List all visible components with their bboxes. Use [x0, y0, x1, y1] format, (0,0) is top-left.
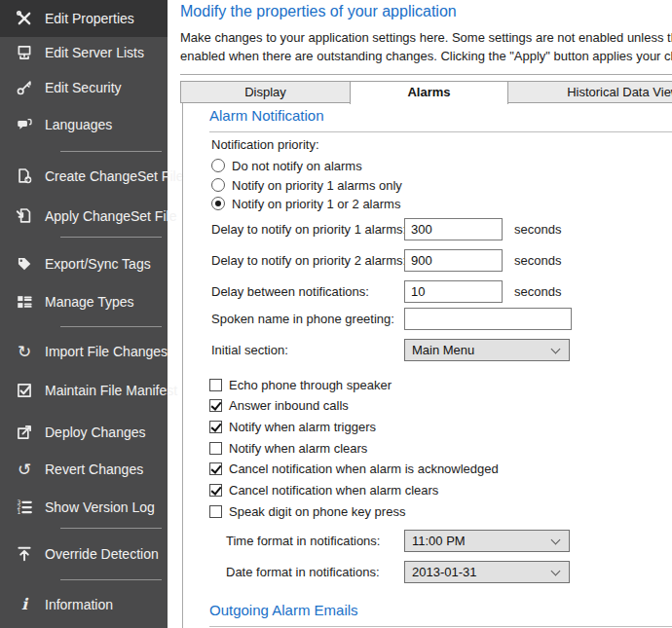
checkbox[interactable]: [209, 442, 222, 455]
radio-button[interactable]: [211, 197, 225, 210]
sidebar-item-override-detection[interactable]: Override Detection: [0, 535, 168, 573]
tab-historical-data-viewer[interactable]: Historical Data Viewer: [507, 81, 672, 103]
date-format-dropdown[interactable]: 2013-01-31: [404, 561, 570, 583]
time-format-label: Time format in notifications:: [226, 534, 380, 548]
speech-bubbles-icon: [15, 116, 34, 133]
sidebar-item-label: Override Detection: [45, 546, 159, 562]
initial-section-label: Initial section:: [211, 343, 288, 357]
blocks-icon: [15, 293, 34, 311]
checkbox[interactable]: [209, 421, 222, 433]
checkbox-notify-triggers[interactable]: Notify when alarm triggers: [209, 418, 376, 435]
file-import-icon: [15, 207, 34, 225]
deploy-icon: [15, 424, 34, 441]
sidebar-separator: [60, 151, 162, 152]
chevron-down-icon: [551, 536, 561, 545]
spoken-name-label: Spoken name in phone greeting:: [211, 312, 394, 326]
checkbox[interactable]: [209, 484, 222, 497]
delay-between-input[interactable]: [404, 280, 503, 303]
chevron-down-icon: [551, 567, 561, 576]
checkbox-cancel-clears[interactable]: Cancel notification when alarm clears: [209, 481, 438, 499]
sidebar-separator: [60, 237, 162, 238]
sidebar-item-label: Export/Sync Tags: [45, 256, 151, 272]
sidebar-item-label: Manage Types: [45, 294, 134, 310]
sidebar-item-label: Maintain File Manifest: [45, 383, 177, 398]
notification-priority-label: Notification priority:: [211, 137, 319, 152]
section-underline: [209, 626, 672, 627]
sidebar-item-information[interactable]: i Information: [0, 585, 168, 624]
checked-box-icon: [15, 382, 34, 399]
checkbox-notify-clears[interactable]: Notify when alarm clears: [209, 439, 367, 457]
page-title: Modify the properties of your applicatio…: [180, 3, 457, 20]
delay-priority-1-label: Delay to notify on priority 1 alarms:: [211, 222, 406, 237]
checkbox-cancel-acknowledged[interactable]: Cancel notification when alarm is acknow…: [209, 460, 499, 477]
sidebar-item-revert-changes[interactable]: ↺ Revert Changes: [0, 450, 168, 489]
sidebar-item-edit-properties[interactable]: Edit Properties: [0, 0, 168, 37]
chevron-down-icon: [551, 345, 561, 354]
section-underline: [209, 131, 672, 132]
seconds-suffix: seconds: [514, 222, 561, 237]
key-icon: [15, 79, 34, 96]
svg-text:1: 1: [18, 508, 21, 515]
date-format-label: Date format in notifications:: [226, 565, 380, 579]
tab-panel-border: [182, 103, 183, 628]
version-log-icon: 321: [15, 499, 34, 516]
server-icon: [15, 44, 34, 61]
seconds-suffix: seconds: [514, 253, 561, 268]
tab-alarms[interactable]: Alarms: [350, 81, 508, 104]
sidebar-item-label: Create ChangeSet File: [45, 168, 183, 184]
override-icon: [15, 545, 34, 563]
sidebar-item-label: Apply ChangeSet File: [45, 208, 176, 224]
checkbox[interactable]: [209, 379, 222, 391]
tools-icon: [15, 10, 34, 27]
sync-icon: ↻: [15, 343, 34, 360]
sidebar-item-deploy-changes[interactable]: Deploy Changes: [0, 413, 168, 452]
radio-button[interactable]: [211, 159, 225, 172]
delay-priority-2-input[interactable]: [404, 249, 503, 272]
seconds-suffix: seconds: [514, 284, 561, 299]
sidebar-item-label: Show Version Log: [45, 499, 155, 515]
radio-do-not-notify[interactable]: Do not notify on alarms: [211, 157, 362, 174]
delay-priority-1-input[interactable]: [404, 218, 503, 240]
section-heading-outgoing-alarm-emails: Outgoing Alarm Emails: [209, 602, 358, 618]
sidebar: Edit Properties Edit Server Lists Edit S…: [0, 0, 168, 628]
sidebar-item-import-file-changes[interactable]: ↻ Import File Changes: [0, 332, 168, 371]
initial-section-dropdown[interactable]: Main Menu: [404, 339, 570, 361]
checkbox-speak-digit[interactable]: Speak digit on phone key press: [209, 502, 405, 520]
info-icon: i: [15, 596, 34, 613]
sidebar-item-label: Edit Security: [45, 80, 122, 95]
sidebar-item-apply-changeset-file[interactable]: Apply ChangeSet File: [0, 197, 168, 236]
sidebar-item-label: Deploy Changes: [45, 425, 146, 440]
sidebar-item-languages[interactable]: Languages: [0, 105, 168, 144]
undo-icon: ↺: [15, 461, 34, 478]
sidebar-item-manage-types[interactable]: Manage Types: [0, 282, 168, 321]
delay-priority-2-label: Delay to notify on priority 2 alarms:: [211, 253, 406, 268]
radio-notify-priority-1-only[interactable]: Notify on priority 1 alarms only: [211, 176, 402, 194]
checkbox[interactable]: [209, 462, 222, 475]
sidebar-item-show-version-log[interactable]: 321 Show Version Log: [0, 488, 168, 527]
sidebar-item-label: Edit Server Lists: [45, 45, 144, 60]
checkbox[interactable]: [209, 505, 222, 518]
sidebar-item-export-sync-tags[interactable]: Export/Sync Tags: [0, 244, 168, 283]
sidebar-item-label: Languages: [45, 117, 112, 132]
tag-icon: [15, 255, 34, 273]
checkbox[interactable]: [209, 399, 222, 412]
sidebar-item-edit-server-lists[interactable]: Edit Server Lists: [0, 33, 168, 72]
radio-button[interactable]: [211, 178, 225, 192]
section-heading-alarm-notification: Alarm Notification: [209, 107, 324, 124]
checkbox-echo-phone[interactable]: Echo phone through speaker: [209, 376, 392, 393]
spoken-name-input[interactable]: [404, 308, 572, 330]
sidebar-item-create-changeset-file[interactable]: Create ChangeSet File: [0, 157, 168, 196]
description-line-2: enabled when there are outstanding chang…: [180, 49, 672, 63]
sidebar-separator: [60, 528, 162, 529]
radio-notify-priority-1-or-2[interactable]: Notify on priority 1 or 2 alarms: [211, 195, 400, 212]
sidebar-item-label: Information: [45, 597, 113, 612]
tab-display[interactable]: Display: [180, 81, 351, 103]
app-window: Edit Properties Edit Server Lists Edit S…: [0, 0, 672, 628]
time-format-dropdown[interactable]: 11:00 PM: [404, 530, 570, 552]
file-export-icon: [15, 167, 34, 185]
sidebar-item-edit-security[interactable]: Edit Security: [0, 68, 168, 107]
checkbox-answer-inbound[interactable]: Answer inbound calls: [209, 396, 349, 414]
description-line-1: Make changes to your application setting…: [180, 30, 672, 45]
sidebar-separator: [60, 579, 162, 580]
sidebar-item-maintain-file-manifest[interactable]: Maintain File Manifest: [0, 371, 168, 410]
